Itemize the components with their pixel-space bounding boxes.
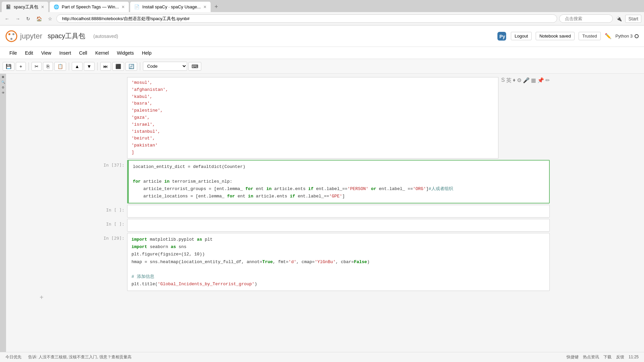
- sidebar-icon-2[interactable]: 🔍: [1, 80, 5, 84]
- notebook-title[interactable]: spacy工具包: [48, 32, 85, 41]
- toolbar-sep-4: [140, 62, 140, 70]
- code-line-5: article_locations = [ent.lemma_ for ent …: [133, 193, 545, 200]
- code-line-3: for article in terrorism_articles_nlp:: [133, 178, 545, 185]
- move-up-button[interactable]: ▲: [72, 62, 83, 71]
- cell-empty-2-code[interactable]: [127, 219, 550, 232]
- restart-button[interactable]: 🔄: [125, 62, 137, 71]
- output-line-8: 'istanbul',: [131, 128, 494, 135]
- cell-29-container: In [29]: import matplotlib.pyplot as plt…: [100, 233, 550, 291]
- notebook-scroll-area[interactable]: 'mosul', 'afghanistan', 'kabul', 'basra'…: [6, 74, 644, 352]
- deco-icon-s: S: [501, 77, 505, 84]
- menu-view[interactable]: View: [37, 48, 55, 58]
- menu-widgets[interactable]: Widgets: [113, 48, 138, 58]
- tab-close-install[interactable]: ✕: [203, 5, 207, 9]
- menu-bar: File Edit View Insert Cell Kernel Widget…: [0, 47, 644, 59]
- toolbar-sep-2: [69, 62, 69, 70]
- add-cell-bottom-button[interactable]: +: [40, 294, 44, 301]
- output-line-2: 'afghanistan',: [131, 86, 494, 94]
- menu-kernel[interactable]: Kernel: [91, 48, 113, 58]
- extensions-button[interactable]: 🔌: [615, 15, 623, 23]
- svg-point-3: [10, 38, 12, 40]
- svg-point-1: [8, 33, 10, 35]
- address-bar: ← → ↻ 🏠 ☆ 🔌 Start: [0, 12, 644, 25]
- cell29-line-6: # 添加信息: [131, 273, 545, 281]
- jupyter-logo-icon: [5, 30, 17, 42]
- output-line-4: 'basra',: [131, 100, 494, 107]
- cell-29-label: In [29]:: [100, 233, 127, 241]
- jupyter-logo: jupyter: [5, 30, 42, 42]
- forward-button[interactable]: →: [13, 15, 22, 23]
- tab-spacy[interactable]: 📓 spacy工具包 ✕: [1, 1, 49, 12]
- deco-icon-2: ♦: [513, 77, 516, 84]
- cell-29-code[interactable]: import matplotlib.pyplot as plt import s…: [127, 233, 550, 291]
- logout-button[interactable]: Logout: [511, 32, 532, 40]
- notebook-saved-button[interactable]: Notebook saved: [536, 32, 575, 40]
- output-line-9: 'beirut',: [131, 135, 494, 142]
- copy-button[interactable]: ⎘: [43, 62, 53, 71]
- search-input[interactable]: [559, 14, 613, 23]
- menu-help[interactable]: Help: [138, 48, 156, 58]
- sidebar-icon-1[interactable]: ◉: [2, 75, 4, 78]
- tab-label-pos: Part of Speech Tags — Win...: [62, 4, 119, 9]
- output-line-3: 'kabul',: [131, 94, 494, 101]
- cell-type-select[interactable]: Code Markdown Raw NBConvert: [143, 62, 187, 71]
- tab-favicon-install: 📄: [134, 4, 140, 9]
- kernel-label: Python 3: [615, 34, 633, 39]
- add-cell-bar: +: [6, 292, 644, 303]
- trusted-button[interactable]: Trusted: [579, 32, 601, 40]
- notebook-autosave-status: (autosaved): [93, 34, 118, 39]
- cell-37-label: In [37]:: [100, 160, 127, 168]
- new-tab-button[interactable]: +: [212, 3, 221, 10]
- status-bar: 今日优先 告诉: 人没不查三核烦, 没核不查三入门, 强意？查相贡量高 快捷键 …: [0, 352, 644, 362]
- fast-forward-button[interactable]: ⏭: [100, 62, 111, 71]
- output-line-1: 'mosul',: [131, 79, 494, 86]
- tab-favicon-spacy: 📓: [6, 4, 11, 9]
- cell-empty-2-label: In [ ]:: [100, 219, 127, 227]
- output-line-6: 'gaza',: [131, 114, 494, 121]
- stop-button[interactable]: ⬛: [112, 62, 124, 71]
- tab-close-spacy[interactable]: ✕: [41, 5, 44, 9]
- keyboard-shortcut-button[interactable]: ⌨: [189, 62, 201, 71]
- add-cell-button[interactable]: +: [16, 62, 26, 71]
- address-input[interactable]: [56, 14, 557, 23]
- bookmark-button[interactable]: ☆: [46, 15, 54, 23]
- toolbar-sep-1: [29, 62, 29, 70]
- reload-button[interactable]: ↻: [24, 15, 32, 23]
- tab-install[interactable]: 📄 Install spaCy · spaCy Usage... ✕: [130, 1, 211, 12]
- cell-empty-1-code[interactable]: [127, 205, 550, 218]
- sidebar-icon-4[interactable]: 👁: [2, 91, 5, 95]
- deco-icon-7: ✏: [545, 77, 550, 84]
- tab-label-install: Install spaCy · spaCy Usage...: [142, 4, 201, 9]
- sidebar-icon-3[interactable]: ⚙: [2, 86, 4, 89]
- tab-pos[interactable]: 🌐 Part of Speech Tags — Win... ✕: [49, 1, 129, 12]
- back-button[interactable]: ←: [3, 15, 11, 23]
- home-button[interactable]: 🏠: [34, 15, 44, 23]
- main-content: ◉ 🔍 ⚙ 👁 'mosul', 'afghanistan', 'kabul',…: [0, 74, 644, 352]
- start-button[interactable]: Start: [625, 15, 641, 23]
- move-down-button[interactable]: ▼: [84, 62, 95, 71]
- paste-button[interactable]: 📋: [54, 62, 66, 71]
- toolbar-sep-3: [97, 62, 98, 70]
- menu-cell[interactable]: Cell: [75, 48, 91, 58]
- svg-point-2: [12, 33, 14, 35]
- cell-empty-2-container: In [ ]:: [100, 219, 550, 232]
- save-button[interactable]: 💾: [3, 62, 14, 71]
- menu-insert[interactable]: Insert: [55, 48, 75, 58]
- jupyter-logo-text: jupyter: [20, 32, 42, 41]
- output-line-11: ]: [131, 149, 494, 156]
- cut-button[interactable]: ✂: [32, 62, 42, 71]
- kernel-status-circle: [635, 34, 639, 38]
- edit-pencil-icon[interactable]: ✏️: [605, 33, 611, 39]
- code-line-4: article_terrorist_groups = [ent.lemma_ f…: [133, 185, 545, 193]
- deco-icon-3: ⚙: [517, 77, 522, 84]
- jupyter-header: jupyter spacy工具包 (autosaved) Py Logout N…: [0, 25, 644, 47]
- output-line-5: 'palestine',: [131, 107, 494, 114]
- tab-close-pos[interactable]: ✕: [121, 5, 125, 9]
- cell-37-code[interactable]: location_entity_dict = defaultdict(Count…: [127, 160, 550, 203]
- left-sidebar-strip: ◉ 🔍 ⚙ 👁: [0, 74, 6, 352]
- menu-edit[interactable]: Edit: [21, 48, 37, 58]
- deco-icon-4: 🎤: [523, 77, 530, 84]
- menu-file[interactable]: File: [5, 48, 21, 58]
- header-right: Py Logout Notebook saved Trusted ✏️ Pyth…: [497, 31, 639, 41]
- deco-icon-5: ▦: [531, 77, 536, 84]
